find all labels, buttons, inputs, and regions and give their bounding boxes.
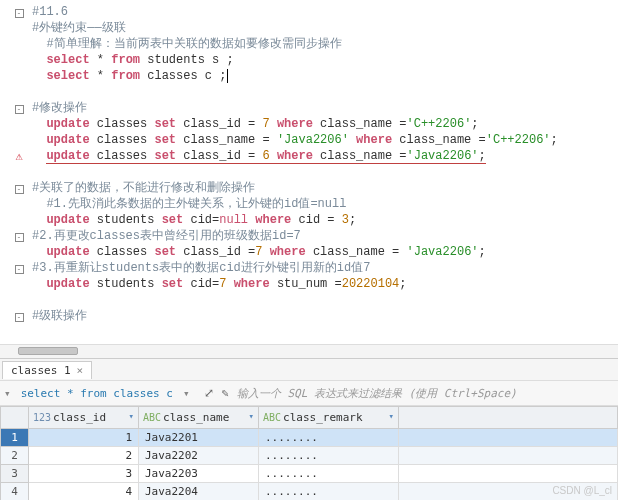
query-dropdown-icon[interactable]: ▾ xyxy=(179,387,194,400)
column-filter-icon[interactable]: ▾ xyxy=(249,411,254,421)
fold-toggle-icon[interactable]: - xyxy=(15,233,24,242)
fold-toggle-icon[interactable]: - xyxy=(15,105,24,114)
code-line[interactable]: #级联操作 xyxy=(30,308,618,324)
code-line[interactable]: update classes set class_id = 7 where cl… xyxy=(30,116,618,132)
query-dropdown-icon[interactable]: ▾ xyxy=(0,387,15,400)
filter-hint[interactable]: 输入一个 SQL 表达式来过滤结果 (使用 Ctrl+Space) xyxy=(233,386,517,401)
code-line[interactable]: #2.再更改classes表中曾经引用的班级数据id=7 xyxy=(30,228,618,244)
grid-header-label: class_remark xyxy=(283,411,362,424)
cell-class-name[interactable]: Java2201 xyxy=(139,429,259,447)
code-line[interactable]: #修改操作 xyxy=(30,100,618,116)
column-filter-icon[interactable]: ▾ xyxy=(389,411,394,421)
code-line[interactable]: update students set cid=null where cid =… xyxy=(30,212,618,228)
cell-spacer xyxy=(399,447,618,465)
cell-spacer xyxy=(399,429,618,447)
text-type-icon: ABC xyxy=(263,412,281,423)
column-filter-icon[interactable]: ▾ xyxy=(129,411,134,421)
grid-header-spacer xyxy=(399,407,618,429)
code-line[interactable]: select * from students s ; xyxy=(30,52,618,68)
grid-header-label: class_id xyxy=(53,411,106,424)
close-icon[interactable]: × xyxy=(77,364,84,377)
cell-class-id[interactable]: 1 xyxy=(29,429,139,447)
grid-header-rownum[interactable] xyxy=(1,407,29,429)
fold-toggle-icon[interactable]: - xyxy=(15,313,24,322)
cell-class-name[interactable]: Java2202 xyxy=(139,447,259,465)
number-type-icon: 123 xyxy=(33,412,51,423)
cell-class-remark[interactable]: ........ xyxy=(259,465,399,483)
code-line[interactable]: #外键约束——级联 xyxy=(30,20,618,36)
code-line[interactable]: update classes set class_id =7 where cla… xyxy=(30,244,618,260)
editor-horizontal-scrollbar[interactable] xyxy=(0,344,618,358)
cell-class-id[interactable]: 4 xyxy=(29,483,139,501)
row-number-cell[interactable]: 1 xyxy=(1,429,29,447)
edit-filter-icon[interactable]: ✎ xyxy=(218,386,233,400)
cell-class-remark[interactable]: ........ xyxy=(259,483,399,501)
code-line[interactable]: #3.再重新让students表中的数据cid进行外键引用新的id值7 xyxy=(30,260,618,276)
cell-class-remark[interactable]: ........ xyxy=(259,447,399,465)
watermark: CSDN @L_cl xyxy=(552,485,612,496)
table-row[interactable]: 33Java2203........ xyxy=(1,465,618,483)
code-line[interactable] xyxy=(30,164,618,180)
expand-icon[interactable]: ⤢ xyxy=(200,386,218,400)
fold-toggle-icon[interactable]: - xyxy=(15,185,24,194)
result-grid[interactable]: 123class_id ▾ ABCclass_name ▾ ABCclass_r… xyxy=(0,406,618,500)
cell-class-id[interactable]: 3 xyxy=(29,465,139,483)
row-number-cell[interactable]: 2 xyxy=(1,447,29,465)
row-number-cell[interactable]: 4 xyxy=(1,483,29,501)
scrollbar-thumb[interactable] xyxy=(18,347,78,355)
grid-header-row: 123class_id ▾ ABCclass_name ▾ ABCclass_r… xyxy=(1,407,618,429)
cell-spacer xyxy=(399,465,618,483)
grid-header-class-id[interactable]: 123class_id ▾ xyxy=(29,407,139,429)
active-query-text[interactable]: select * from classes c xyxy=(15,387,179,400)
table-row[interactable]: 22Java2202........ xyxy=(1,447,618,465)
fold-toggle-icon[interactable]: - xyxy=(15,9,24,18)
grid-header-label: class_name xyxy=(163,411,229,424)
code-line[interactable]: update classes set class_name = 'Java220… xyxy=(30,132,618,148)
code-line[interactable] xyxy=(30,324,618,340)
result-tab-bar: classes 1 × xyxy=(0,358,618,380)
result-tab-classes-1[interactable]: classes 1 × xyxy=(2,361,92,379)
result-filter-bar: ▾ select * from classes c ▾ ⤢ ✎ 输入一个 SQL… xyxy=(0,380,618,406)
code-line[interactable]: #关联了的数据，不能进行修改和删除操作 xyxy=(30,180,618,196)
text-type-icon: ABC xyxy=(143,412,161,423)
code-line[interactable] xyxy=(30,84,618,100)
result-tab-label: classes 1 xyxy=(11,364,71,377)
sql-editor[interactable]: -#11.6#外键约束——级联 #简单理解：当前两表中关联的数据如要修改需同步操… xyxy=(0,0,618,344)
code-line[interactable]: #11.6 xyxy=(30,4,618,20)
cell-class-id[interactable]: 2 xyxy=(29,447,139,465)
code-line[interactable]: select * from classes c ; xyxy=(30,68,618,84)
table-row[interactable]: 11Java2201........ xyxy=(1,429,618,447)
code-line[interactable]: #1.先取消此条数据的主外键关系，让外键的id值=null xyxy=(30,196,618,212)
grid-header-class-remark[interactable]: ABCclass_remark ▾ xyxy=(259,407,399,429)
table-row[interactable]: 44Java2204........ xyxy=(1,483,618,501)
code-line[interactable]: update classes set class_id = 6 where cl… xyxy=(30,148,618,164)
code-line[interactable]: #简单理解：当前两表中关联的数据如要修改需同步操作 xyxy=(30,36,618,52)
cell-class-name[interactable]: Java2204 xyxy=(139,483,259,501)
code-line[interactable] xyxy=(30,292,618,308)
error-icon: ⚠ xyxy=(15,149,22,163)
row-number-cell[interactable]: 3 xyxy=(1,465,29,483)
grid-header-class-name[interactable]: ABCclass_name ▾ xyxy=(139,407,259,429)
cell-class-remark[interactable]: ........ xyxy=(259,429,399,447)
code-line[interactable]: update students set cid=7 where stu_num … xyxy=(30,276,618,292)
cell-class-name[interactable]: Java2203 xyxy=(139,465,259,483)
fold-toggle-icon[interactable]: - xyxy=(15,265,24,274)
